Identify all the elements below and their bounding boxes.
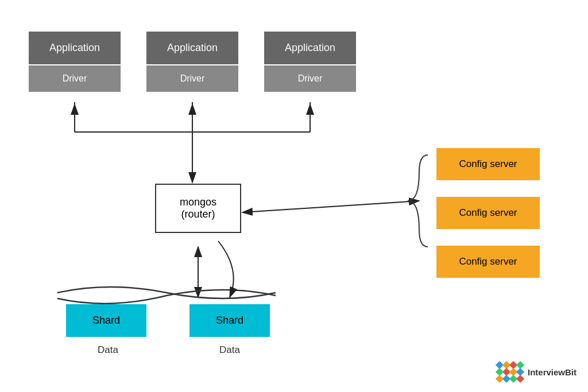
mongos-label-line1: mongos bbox=[180, 196, 216, 208]
app1-top-label: Application bbox=[29, 32, 121, 64]
app2-top-label: Application bbox=[146, 32, 238, 64]
data-label-1: Data bbox=[68, 344, 148, 356]
shard-1: Shard bbox=[66, 304, 146, 337]
svg-line-10 bbox=[242, 201, 419, 212]
interviewbit-logo: InterviewBit bbox=[497, 362, 577, 382]
app-box-2: Application Driver bbox=[146, 32, 238, 92]
diagram-container: Application Driver Application Driver Ap… bbox=[0, 0, 588, 392]
logo-text: InterviewBit bbox=[528, 367, 577, 377]
app3-bottom-label: Driver bbox=[264, 65, 356, 92]
shard-2: Shard bbox=[189, 304, 270, 337]
app2-bottom-label: Driver bbox=[146, 65, 238, 92]
data-label-2: Data bbox=[189, 344, 270, 356]
config-server-1: Config server bbox=[436, 148, 540, 180]
logo-diamonds bbox=[497, 362, 523, 382]
app1-bottom-label: Driver bbox=[29, 65, 121, 92]
mongos-label-line2: (router) bbox=[181, 208, 215, 220]
app3-top-label: Application bbox=[264, 32, 356, 64]
app-box-1: Application Driver bbox=[29, 32, 121, 92]
app-box-3: Application Driver bbox=[264, 32, 356, 92]
mongos-router-box: mongos (router) bbox=[155, 184, 241, 233]
diamond-12 bbox=[516, 375, 524, 383]
config-server-2: Config server bbox=[436, 197, 540, 229]
config-server-3: Config server bbox=[436, 246, 540, 278]
